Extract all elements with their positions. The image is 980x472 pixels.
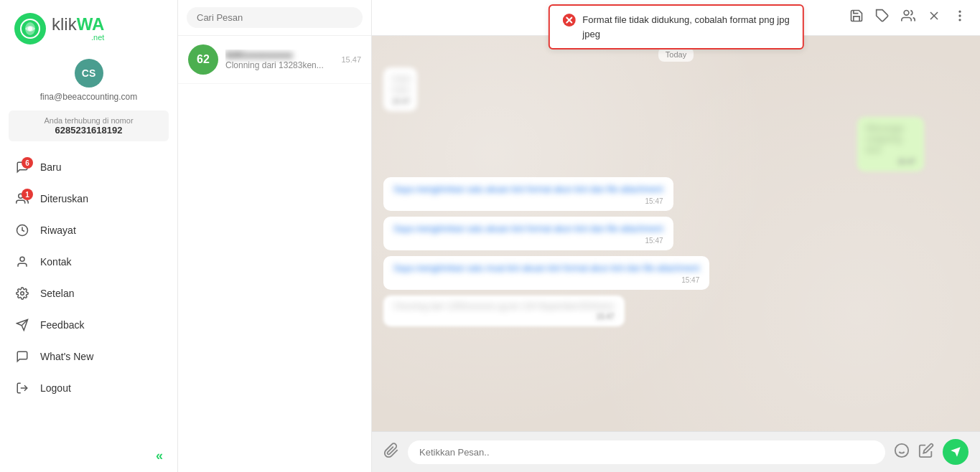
chat-list: 62 6281xxxxxxxxx Clonning dari 13283ken.…: [178, 0, 372, 472]
chat-name: 6281xxxxxxxxx: [225, 49, 328, 60]
message-time: 15:47: [393, 313, 615, 321]
svg-point-5: [20, 257, 24, 261]
nav-label-baru: Baru: [40, 161, 62, 173]
sidebar-item-diteruskan[interactable]: Diteruskan 1: [0, 183, 177, 214]
sidebar-item-baru[interactable]: Baru 6: [0, 151, 177, 183]
search-wrapper[interactable]: [187, 7, 363, 28]
history-icon: [14, 222, 30, 238]
logout-icon: [14, 380, 30, 396]
save-icon[interactable]: [849, 9, 864, 27]
chat-input-bar: [372, 431, 980, 472]
edit-icon[interactable]: [918, 443, 934, 462]
nav-badge-diteruskan: 1: [22, 189, 33, 200]
svg-marker-24: [951, 447, 960, 456]
connection-number: 6285231618192: [16, 125, 162, 136]
user-avatar-area: CS fina@beeaccounting.com: [0, 52, 177, 106]
chat-info: 6281xxxxxxxxx Clonning dari 13283ken... …: [225, 49, 328, 70]
chat-time: 15.47: [335, 55, 361, 64]
send-button[interactable]: [943, 439, 969, 465]
error-close-icon: [562, 14, 575, 30]
sidebar-item-kontak[interactable]: Kontak: [0, 246, 177, 278]
chat-item[interactable]: 62 6281xxxxxxxxx Clonning dari 13283ken.…: [178, 36, 371, 84]
dropdown-arrow-icon: ▼: [327, 60, 328, 70]
sidebar-item-feedback[interactable]: Feedback: [0, 309, 177, 341]
svg-point-2: [28, 27, 32, 31]
error-notification: Format file tidak didukung, cobalah form…: [548, 4, 803, 49]
message-time: 15:47: [393, 276, 699, 284]
main-area: 62 6281xxxxxxxxx Clonning dari 13283ken.…: [178, 0, 980, 472]
search-bar: [178, 0, 371, 36]
message-input[interactable]: [408, 440, 885, 464]
contact-icon: [14, 254, 30, 270]
nav-label-diteruskan: Diteruskan: [40, 193, 88, 204]
connection-label: Anda terhubung di nomor: [16, 116, 162, 125]
logo-area: klikWA .net: [0, 0, 177, 52]
avatar: CS: [75, 59, 103, 88]
chat-window: Format file tidak didukung, cobalah form…: [372, 0, 980, 472]
cloning-message: Clonning dari 1283xxxxxxx yg ke 134 Nope…: [383, 296, 625, 326]
logo-klik: klik: [52, 14, 77, 34]
logo-text: klikWA .net: [52, 16, 104, 42]
chat-header-icons: [849, 9, 967, 27]
logo-wa: WA: [77, 14, 105, 34]
nav-menu: Baru 6 Diteruskan 1 Riwayat Kontak: [0, 146, 177, 440]
chat-preview: Clonning dari 13283ken... ▼: [225, 60, 328, 70]
link-message-3: Saya mengirimkan satu muai kini akuan ki…: [383, 256, 709, 290]
sidebar-item-riwayat[interactable]: Riwayat: [0, 214, 177, 246]
connection-info: Anda terhubung di nomor 6285231618192: [9, 110, 169, 141]
collapse-icon: «: [156, 448, 163, 463]
attach-icon[interactable]: [383, 443, 399, 462]
outgoing-message-1: Message outgoing text 15:47: [857, 117, 969, 171]
search-input[interactable]: [197, 12, 353, 23]
nav-label-whats-new: What's New: [40, 351, 93, 362]
svg-point-19: [959, 19, 961, 21]
svg-point-18: [959, 15, 961, 16]
logo-icon: [14, 13, 46, 44]
sidebar-item-setelan[interactable]: Setelan: [0, 278, 177, 309]
emoji-icon[interactable]: [894, 443, 910, 462]
whats-new-icon: [14, 349, 30, 364]
svg-point-20: [895, 443, 908, 456]
system-message: Today: [658, 47, 694, 62]
message-bubble: Message outgoing text 15:47: [857, 117, 924, 171]
more-options-icon[interactable]: [953, 9, 967, 27]
feedback-icon: [14, 317, 30, 333]
sidebar-collapse-button[interactable]: «: [0, 440, 177, 472]
chat-messages: Today Halo halo 15:47 Message outgoing t…: [372, 36, 980, 431]
nav-label-riwayat: Riwayat: [40, 225, 76, 236]
nav-label-logout: Logout: [40, 382, 71, 394]
nav-label-setelan: Setelan: [40, 288, 74, 299]
nav-label-kontak: Kontak: [40, 256, 72, 268]
nav-badge-baru: 6: [22, 157, 33, 169]
nav-label-feedback: Feedback: [40, 319, 84, 331]
svg-point-6: [21, 292, 24, 296]
sidebar: klikWA .net CS fina@beeaccounting.com An…: [0, 0, 178, 472]
link-message-1: Saya mengirimkan satu akuan kini format …: [383, 177, 673, 211]
message-bubble: Halo halo 15:47: [383, 67, 417, 111]
svg-point-17: [959, 11, 961, 12]
message-time: 15:47: [393, 237, 663, 245]
chat-avatar: 62: [188, 44, 218, 75]
settings-icon: [14, 285, 30, 301]
chat-panel: 62 6281xxxxxxxxx Clonning dari 13283ken.…: [178, 0, 980, 472]
group-icon[interactable]: [901, 9, 915, 27]
incoming-message-1: Halo halo 15:47: [383, 67, 440, 111]
sidebar-item-logout[interactable]: Logout: [0, 372, 177, 404]
user-email: fina@beeaccounting.com: [40, 92, 138, 102]
link-message-2: Saya mengirimkan satu akuan kini format …: [383, 217, 673, 250]
tag-icon[interactable]: [875, 9, 890, 27]
message-time: 15:47: [393, 197, 663, 205]
close-chat-icon[interactable]: [927, 9, 941, 27]
logo-net: .net: [53, 33, 104, 42]
svg-point-14: [904, 11, 909, 16]
error-message: Format file tidak didukung, cobalah form…: [582, 13, 789, 41]
sidebar-item-whats-new[interactable]: What's New: [0, 341, 177, 372]
